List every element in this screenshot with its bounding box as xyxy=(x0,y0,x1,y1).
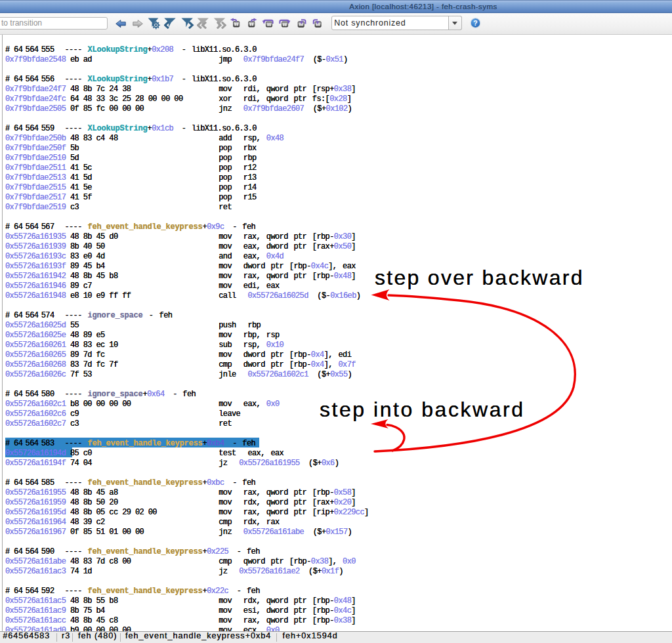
svg-text:?: ? xyxy=(473,19,477,27)
